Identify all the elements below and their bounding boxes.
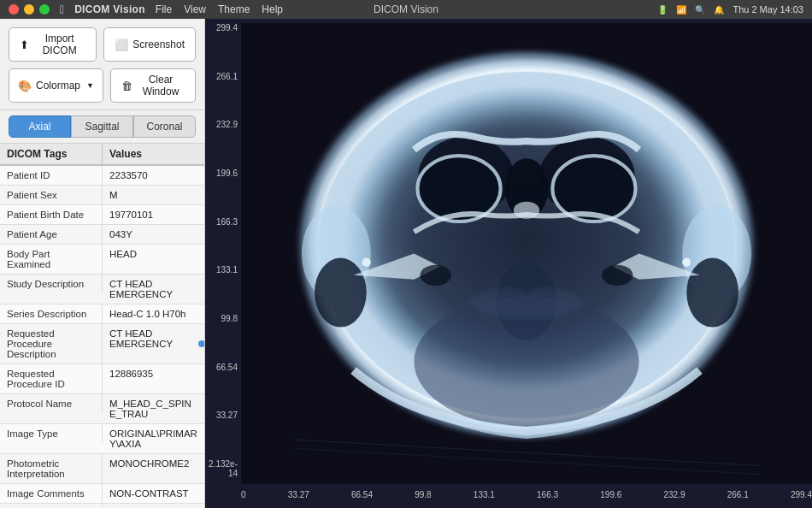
tag-row: Protocol NameM_HEAD_C_SPINE_TRAU <box>0 394 204 424</box>
import-label: Import DICOM <box>33 32 85 56</box>
x-axis-label: 33.27 <box>288 490 309 499</box>
main-layout: ⬆ Import DICOM ⬜ Screenshot 🎨 Colormap ▼… <box>0 19 812 508</box>
right-mastoid <box>686 258 738 328</box>
colormap-button[interactable]: 🎨 Colormap ▼ <box>9 68 103 103</box>
datetime: Thu 2 May 14:03 <box>733 4 803 15</box>
tag-value-cell: M_HEAD_C_SPINE_TRAU <box>103 394 204 423</box>
tag-row: Image TypeORIGINAL\PRIMARY\AXIA <box>0 424 204 454</box>
maximize-button[interactable] <box>39 4 50 15</box>
csf-right <box>602 265 633 286</box>
wifi-icon: 📶 <box>676 5 686 15</box>
tab-sagittal[interactable]: Sagittal <box>71 115 133 138</box>
notification-icon: 🔔 <box>714 5 724 15</box>
tag-value-cell: Head-C 1.0 H70h <box>103 304 204 323</box>
toolbar: ⬆ Import DICOM ⬜ Screenshot 🎨 Colormap ▼… <box>0 19 204 110</box>
screenshot-label: Screenshot <box>132 38 185 50</box>
titlebar:  DICOM Vision File View Theme Help DICO… <box>0 0 812 19</box>
titlebar-left:  DICOM Vision File View Theme Help <box>9 3 283 16</box>
search-icon: 🔍 <box>695 5 705 15</box>
x-axis-label: 299.4 <box>791 490 812 499</box>
tag-row: Patient Age043Y <box>0 225 204 245</box>
tag-row: Patient ID2233570 <box>0 166 204 186</box>
tag-row: Patient PositionHFS <box>0 504 204 508</box>
tag-name-cell: Image Comments <box>0 484 103 503</box>
tag-row: Patient Birth Date19770101 <box>0 205 204 225</box>
tag-value-cell: 12886935 <box>103 364 204 383</box>
screenshot-icon: ⬜ <box>115 38 128 51</box>
col-values: Values <box>103 144 204 164</box>
tag-row: Requested Procedure DescriptionCT HEAD E… <box>0 324 204 364</box>
tag-value-cell: 19770101 <box>103 205 204 224</box>
x-axis-label: 133.1 <box>474 490 495 499</box>
ct-image[interactable] <box>241 23 812 484</box>
menu-help[interactable]: Help <box>262 3 283 15</box>
clear-window-label: Clear Window <box>137 74 185 97</box>
central-highlight <box>514 202 539 219</box>
tab-axial[interactable]: Axial <box>9 115 71 138</box>
right-panel: 299.4266.1232.9199.6166.3133.199.866.543… <box>205 19 812 508</box>
toolbar-row-2: 🎨 Colormap ▼ 🗑 Clear Window <box>9 68 196 103</box>
tag-value-cell: 043Y <box>103 225 204 244</box>
screenshot-button[interactable]: ⬜ Screenshot <box>103 27 196 62</box>
y-axis-label: 99.8 <box>205 314 241 323</box>
image-area: 299.4266.1232.9199.6166.3133.199.866.543… <box>205 19 812 508</box>
tag-value-cell: MONOCHROME2 <box>103 454 204 473</box>
csf-left <box>421 265 451 286</box>
y-axis-label: 33.27 <box>205 411 241 420</box>
x-axis-label: 232.9 <box>664 490 685 499</box>
tag-value-cell: HFS <box>103 504 204 508</box>
tag-name-cell: Patient Age <box>0 225 103 244</box>
tag-value-cell: CT HEAD EMERGENCY <box>103 324 204 353</box>
tags-table-header: DICOM Tags Values <box>0 144 204 166</box>
tag-name-cell: Image Type <box>0 424 103 443</box>
titlebar-right: 🔋 📶 🔍 🔔 Thu 2 May 14:03 <box>657 4 803 15</box>
x-axis-label: 0 <box>241 490 246 499</box>
ct-scan-svg <box>241 23 812 484</box>
tag-value-cell: CT HEAD EMERGENCY <box>103 275 204 304</box>
tag-name-cell: Body Part Examined <box>0 245 103 274</box>
tag-value-cell: NON-CONTRAST <box>103 484 204 503</box>
menu-theme[interactable]: Theme <box>218 3 250 15</box>
clear-window-button[interactable]: 🗑 Clear Window <box>110 68 196 103</box>
menu-view[interactable]: View <box>184 3 206 15</box>
view-tabs: Axial Sagittal Coronal <box>0 110 204 144</box>
tab-coronal[interactable]: Coronal <box>133 115 196 138</box>
tag-row: Requested Procedure ID12886935 <box>0 364 204 394</box>
tag-value-cell: 2233570 <box>103 166 204 185</box>
minimize-button[interactable] <box>24 4 34 15</box>
tag-name-cell: Study Description <box>0 275 103 293</box>
tag-name-cell: Photometric Interpretation <box>0 454 103 483</box>
tag-value-cell: HEAD <box>103 245 204 263</box>
x-axis-label: 66.54 <box>351 490 373 499</box>
titlebar-menu: File View Theme Help <box>156 3 283 15</box>
y-axis-label: 166.3 <box>205 217 241 227</box>
menu-file[interactable]: File <box>156 3 172 15</box>
x-axis: 033.2766.5499.8133.1166.3199.6232.9266.1… <box>241 484 812 508</box>
import-dicom-button[interactable]: ⬆ Import DICOM <box>9 27 97 62</box>
tag-row: Series DescriptionHead-C 1.0 H70h <box>0 304 204 324</box>
tag-value-cell: M <box>103 186 204 204</box>
app-name: DICOM Vision <box>74 3 145 15</box>
traffic-lights <box>9 4 50 15</box>
tag-row: Patient SexM <box>0 186 204 205</box>
tag-name-cell: Patient Sex <box>0 186 103 204</box>
tag-row: Study DescriptionCT HEAD EMERGENCY <box>0 275 204 304</box>
y-axis-label: 66.54 <box>205 363 241 372</box>
x-axis-label: 199.6 <box>600 490 621 499</box>
window-title: DICOM Vision <box>374 3 438 15</box>
apple-icon:  <box>60 3 64 16</box>
y-axis-label: 199.6 <box>205 168 241 178</box>
close-button[interactable] <box>9 4 19 15</box>
tag-row: Image CommentsNON-CONTRAST <box>0 484 204 504</box>
left-mastoid <box>315 258 367 328</box>
y-axis-label: 266.1 <box>205 72 241 81</box>
left-cochlea <box>362 258 371 267</box>
x-axis-label: 99.8 <box>415 490 431 499</box>
y-axis-label: 232.9 <box>205 120 241 129</box>
y-axis-label: 299.4 <box>205 23 241 32</box>
tag-name-cell: Protocol Name <box>0 394 103 413</box>
tag-value-cell: ORIGINAL\PRIMARY\AXIA <box>103 424 204 453</box>
y-axis-label: 2.132e-14 <box>205 459 241 478</box>
y-axis-label: 133.1 <box>205 265 241 275</box>
tag-name-cell: Requested Procedure Description <box>0 324 103 363</box>
